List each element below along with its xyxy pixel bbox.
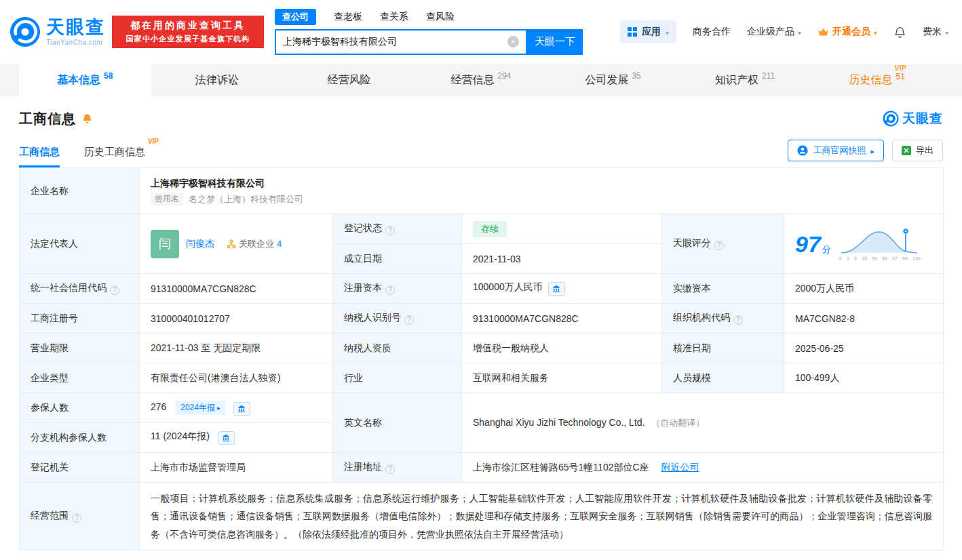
search-tab-company[interactable]: 查公司	[275, 9, 316, 25]
help-icon[interactable]	[404, 315, 414, 325]
tab-history-info[interactable]: 历史信息 VIP 51	[811, 64, 943, 96]
tab-count: 51	[896, 72, 905, 81]
tab-count: 211	[762, 71, 775, 81]
label-insured-count: 参保人数	[20, 393, 140, 423]
label-paid-capital: 实缴资本	[662, 274, 784, 304]
value-business-term: 2021-11-03 至 无固定期限	[140, 334, 333, 363]
value-org-code: MA7CGN82-8	[784, 304, 944, 334]
value-reg-capital: 100000万人民币	[462, 274, 662, 304]
branch-insured-history-icon[interactable]	[218, 431, 235, 445]
chevron-down-icon	[798, 26, 801, 37]
value-credit-code: 91310000MA7CGN828C	[140, 274, 333, 304]
watermark-label: 天眼查	[902, 110, 943, 127]
value-branch-insured: 11 (2024年报)	[140, 423, 333, 453]
value-reg-authority: 上海市市场监督管理局	[140, 453, 333, 483]
legal-rep-avatar[interactable]: 闫	[151, 230, 179, 258]
snapshot-label: 工商官网快照	[813, 144, 866, 157]
help-icon[interactable]	[714, 241, 724, 250]
top-header: 天眼查 TianYanCha.com 都在用的商业查询工具 国家中小企业发展子基…	[0, 0, 962, 64]
label-business-scope: 经营范围	[20, 483, 140, 551]
chevron-down-icon	[945, 26, 948, 37]
excel-icon	[902, 146, 911, 155]
business-cooperation-link[interactable]: 商务合作	[693, 26, 731, 38]
vip-upgrade-menu[interactable]: 开通会员	[817, 26, 877, 38]
table-row: 营业期限 2021-11-03 至 无固定期限 纳税人资质 增值税一般纳税人 核…	[20, 334, 944, 363]
value-company-type: 有限责任公司(港澳台法人独资)	[140, 363, 333, 393]
apps-grid-icon	[628, 27, 637, 37]
tab-operation-risk[interactable]: 经营风险	[283, 64, 415, 96]
chevron-down-icon	[874, 26, 877, 37]
help-icon[interactable]	[733, 315, 743, 325]
tab-label: 基本信息	[57, 73, 100, 87]
subtab-label: 历史工商信息	[84, 146, 145, 157]
subtab-history-business-info[interactable]: 历史工商信息 VIP	[84, 142, 145, 167]
help-icon[interactable]	[110, 285, 119, 295]
tab-operation-info[interactable]: 经营信息 294	[415, 64, 547, 96]
search-button[interactable]: 天眼一下	[527, 29, 583, 55]
subscribe-bell-icon[interactable]	[81, 113, 93, 125]
notifications-bell-icon[interactable]	[893, 26, 906, 39]
export-button[interactable]: 导出	[892, 140, 943, 161]
label-english-name: 英文名称	[333, 393, 462, 453]
value-reg-number: 310000401012707	[140, 304, 333, 334]
company-name: 上海稀宇极智科技有限公司	[151, 178, 932, 190]
section-header: 工商信息 天眼查	[19, 107, 943, 130]
label-reg-status: 登记状态	[333, 214, 462, 244]
apps-menu[interactable]: 应用	[620, 20, 676, 43]
score-curve-chart[interactable]: 01 515 5085 9799 100	[839, 227, 921, 261]
main-content: 工商信息 天眼查 工商信息 历史工商信息 VIP	[0, 107, 962, 551]
vip-badge: VIP	[148, 138, 159, 145]
label-company-name: 企业名称	[20, 168, 140, 214]
clear-search-icon[interactable]	[507, 36, 519, 47]
tab-intellectual-property[interactable]: 知识产权 211	[679, 64, 811, 96]
table-row: 工商注册号 310000401012707 纳税人识别号 91310000MA7…	[20, 304, 944, 334]
official-snapshot-button[interactable]: 工商官网快照	[788, 140, 884, 161]
subtab-business-info[interactable]: 工商信息	[19, 142, 60, 167]
person-icon	[797, 145, 808, 156]
enterprise-products-menu[interactable]: 企业级产品	[747, 26, 801, 38]
search-tab-boss[interactable]: 查老板	[334, 11, 362, 23]
tab-company-development[interactable]: 公司发展 35	[547, 64, 679, 96]
label-org-code: 组织机构代码	[662, 304, 784, 334]
value-establish-date: 2021-11-03	[462, 244, 662, 274]
legal-rep-link[interactable]: 闫俊杰	[186, 238, 214, 250]
help-icon[interactable]	[385, 226, 395, 235]
tianyancha-logo[interactable]: 天眼查 TianYanCha.com	[9, 16, 105, 47]
help-icon[interactable]	[385, 464, 395, 474]
related-count: 4	[277, 239, 282, 249]
table-row: 经营范围 一般项目：计算机系统服务；信息系统集成服务；信息系统运行维护服务；人工…	[20, 483, 944, 551]
brand-domain: TianYanCha.com	[46, 39, 105, 46]
label-company-type: 企业类型	[20, 363, 140, 393]
related-companies-link[interactable]: 关联企业 4	[227, 238, 282, 250]
tab-legal-proceedings[interactable]: 法律诉讼	[151, 64, 284, 96]
value-taxpayer-id: 91310000MA7CGN828C	[462, 304, 662, 334]
label-establish-date: 成立日期	[333, 244, 462, 274]
value-legal-rep: 闫 闫俊杰 关联企业 4	[140, 214, 333, 274]
label-reg-capital: 注册资本	[333, 274, 462, 304]
slogan-line2: 国家中小企业发展子基金旗下机构	[126, 34, 250, 44]
tianyancha-logo-icon	[9, 16, 41, 47]
help-icon[interactable]	[385, 285, 395, 295]
apps-label: 应用	[642, 26, 661, 38]
search-box	[275, 29, 527, 55]
user-menu[interactable]: 费米	[923, 26, 948, 38]
nearby-companies-link[interactable]: 附近公司	[661, 462, 699, 473]
search-row: 天眼一下	[275, 29, 583, 55]
tab-label: 历史信息	[849, 73, 893, 87]
value-reg-status: 存续	[462, 214, 662, 244]
search-tab-risk[interactable]: 查风险	[426, 11, 455, 23]
search-type-tabs: 查公司 查老板 查关系 查风险	[275, 9, 583, 24]
insured-history-icon[interactable]	[233, 402, 250, 416]
label-tyc-score: 天眼评分	[662, 214, 784, 274]
help-icon[interactable]	[72, 513, 81, 523]
tab-basic-info[interactable]: 基本信息 58	[19, 64, 151, 96]
capital-history-icon[interactable]	[548, 282, 565, 296]
subtab-bar: 工商信息 历史工商信息 VIP 工商官网快照 导出	[19, 140, 943, 167]
company-section-tabs: 基本信息 58 法律诉讼 经营风险 经营信息 294 公司发展 35 知识产权 …	[0, 64, 962, 96]
vip-badge: VIP	[895, 64, 907, 72]
annual-report-badge[interactable]: 2024年报	[176, 401, 225, 415]
value-industry: 互联网和相关服务	[462, 363, 662, 393]
value-paid-capital: 2000万人民币	[784, 274, 944, 304]
search-tab-relation[interactable]: 查关系	[380, 11, 408, 23]
search-input[interactable]	[283, 37, 507, 47]
